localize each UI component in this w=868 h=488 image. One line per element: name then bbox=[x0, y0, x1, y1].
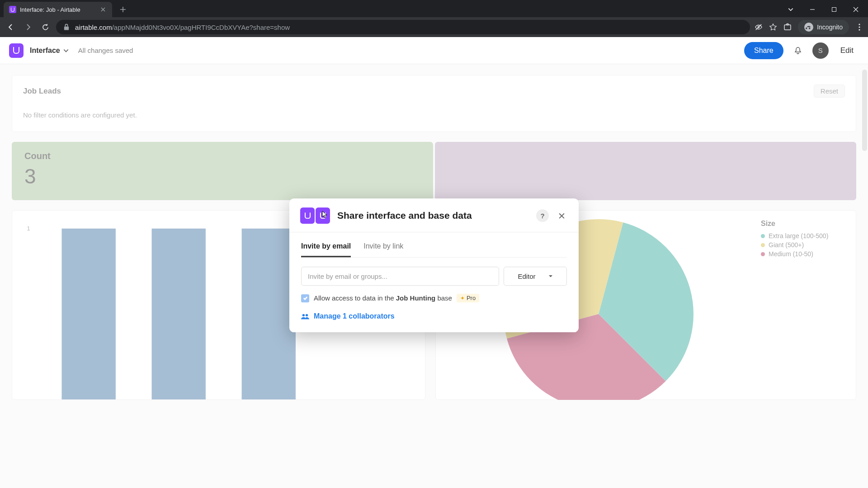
tab-title: Interface: Job - Airtable bbox=[20, 6, 80, 13]
svg-rect-0 bbox=[832, 8, 836, 12]
lock-icon bbox=[62, 23, 71, 31]
svg-point-6 bbox=[859, 26, 860, 28]
save-status: All changes saved bbox=[78, 47, 133, 54]
notifications-icon[interactable] bbox=[790, 42, 806, 59]
app-header: Interface All changes saved Share S Edit bbox=[0, 37, 868, 64]
sparkle-icon: ✦ bbox=[460, 295, 465, 301]
browser-chrome: Interface: Job - Airtable airtable.com/a… bbox=[0, 0, 868, 37]
role-select-label: Editor bbox=[518, 272, 535, 280]
svg-rect-4 bbox=[787, 24, 788, 25]
incognito-label: Incognito bbox=[817, 23, 843, 31]
browser-toolbar: airtable.com/appNMajdd0Nt3vo0X/pagHRTI9C… bbox=[0, 17, 868, 37]
share-modal: Share interface and base data ? Invite b… bbox=[289, 198, 579, 332]
base-icon[interactable] bbox=[9, 43, 24, 58]
close-icon[interactable] bbox=[555, 209, 568, 222]
toolbar-right: Incognito bbox=[755, 20, 863, 34]
tab-close-icon[interactable] bbox=[99, 6, 107, 13]
kebab-menu-icon[interactable] bbox=[855, 23, 863, 31]
tab-invite-email[interactable]: Invite by email bbox=[301, 239, 351, 257]
nav-back-icon[interactable] bbox=[5, 21, 17, 33]
chevron-down-icon bbox=[63, 47, 69, 54]
svg-point-7 bbox=[859, 29, 860, 30]
avatar[interactable]: S bbox=[812, 42, 829, 59]
tab-search-icon[interactable] bbox=[780, 2, 801, 17]
window-close-icon[interactable] bbox=[845, 2, 866, 17]
new-tab-button[interactable] bbox=[117, 3, 129, 16]
manage-collaborators-link[interactable]: Manage 1 collaborators bbox=[314, 312, 395, 320]
incognito-icon bbox=[804, 23, 813, 32]
share-button[interactable]: Share bbox=[744, 42, 783, 59]
app-viewport: Interface All changes saved Share S Edit… bbox=[0, 37, 868, 488]
nav-forward-icon bbox=[22, 21, 34, 33]
tab-favicon-icon bbox=[9, 6, 16, 13]
url-text: airtable.com/appNMajdd0Nt3vo0X/pagHRTI9C… bbox=[75, 23, 290, 31]
interface-switcher-label: Interface bbox=[30, 47, 60, 55]
browser-tab[interactable]: Interface: Job - Airtable bbox=[4, 2, 112, 17]
modal-tabs: Invite by email Invite by link bbox=[289, 232, 579, 257]
tab-strip: Interface: Job - Airtable bbox=[0, 0, 868, 17]
pro-badge: ✦Pro bbox=[457, 294, 479, 302]
allow-access-label: Allow access to data in the Job Hunting … bbox=[314, 294, 452, 302]
incognito-chip[interactable]: Incognito bbox=[798, 20, 849, 34]
extensions-icon[interactable] bbox=[783, 23, 792, 31]
tab-invite-link[interactable]: Invite by link bbox=[363, 239, 403, 257]
modal-title: Share interface and base data bbox=[337, 210, 530, 221]
svg-rect-3 bbox=[784, 25, 791, 30]
invite-email-input[interactable] bbox=[301, 267, 499, 286]
help-icon[interactable]: ? bbox=[536, 209, 549, 222]
url-bar[interactable]: airtable.com/appNMajdd0Nt3vo0X/pagHRTI9C… bbox=[56, 20, 750, 34]
window-maximize-icon[interactable] bbox=[824, 2, 844, 17]
svg-point-5 bbox=[859, 23, 860, 25]
svg-point-12 bbox=[302, 314, 305, 316]
edit-button[interactable]: Edit bbox=[835, 43, 859, 58]
window-controls bbox=[780, 2, 868, 17]
nav-reload-icon[interactable] bbox=[39, 21, 52, 33]
svg-rect-1 bbox=[64, 27, 69, 30]
interface-switcher[interactable]: Interface bbox=[30, 47, 69, 55]
eye-off-icon[interactable] bbox=[755, 23, 763, 31]
caret-down-icon bbox=[548, 274, 553, 278]
allow-access-checkbox[interactable] bbox=[301, 294, 309, 302]
modal-base-icons bbox=[300, 207, 331, 224]
page-body: Job Leads Reset No filter conditions are… bbox=[0, 64, 868, 488]
svg-point-13 bbox=[306, 314, 308, 316]
window-minimize-icon[interactable] bbox=[802, 2, 823, 17]
people-icon bbox=[301, 313, 309, 319]
star-icon[interactable] bbox=[769, 23, 777, 31]
role-select[interactable]: Editor bbox=[504, 267, 567, 286]
